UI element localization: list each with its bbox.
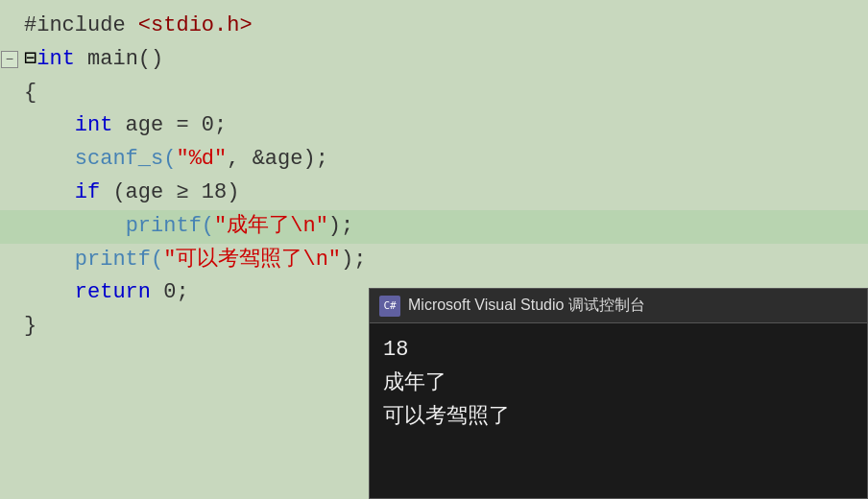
console-popup: C# Microsoft Visual Studio 调试控制台 18成年了可以… bbox=[369, 288, 868, 499]
line-content: int age = 0; bbox=[19, 111, 868, 141]
code-line: −⊟int main() bbox=[0, 43, 868, 77]
line-content: ⊟int main() bbox=[19, 45, 868, 75]
code-line: int age = 0; bbox=[0, 109, 868, 143]
line-content: printf("可以考驾照了\n"); bbox=[19, 246, 868, 275]
console-output-line: 18 bbox=[383, 333, 854, 367]
vs-icon: C# bbox=[379, 296, 400, 317]
editor-area: #include <stdio.h>−⊟int main(){ int age … bbox=[0, 0, 868, 499]
line-content: if (age ≥ 18) bbox=[19, 178, 868, 208]
line-content: scanf_s("%d", &age); bbox=[19, 145, 868, 175]
line-content: #include <stdio.h> bbox=[19, 12, 868, 41]
code-line: if (age ≥ 18) bbox=[0, 177, 868, 210]
console-titlebar: C# Microsoft Visual Studio 调试控制台 bbox=[370, 289, 867, 323]
code-line: printf("可以考驾照了\n"); bbox=[0, 244, 868, 277]
line-content: printf("成年了\n"); bbox=[19, 212, 868, 242]
line-gutter: − bbox=[0, 51, 19, 68]
console-body: 18成年了可以考驾照了 bbox=[370, 323, 867, 444]
line-content: { bbox=[19, 79, 868, 108]
console-output-line: 成年了 bbox=[383, 367, 854, 400]
code-line: { bbox=[0, 77, 868, 110]
code-line: scanf_s("%d", &age); bbox=[0, 143, 868, 177]
console-title: Microsoft Visual Studio 调试控制台 bbox=[408, 296, 645, 316]
code-line: #include <stdio.h> bbox=[0, 10, 868, 43]
code-line: printf("成年了\n"); bbox=[0, 210, 868, 244]
console-output-line: 可以考驾照了 bbox=[383, 400, 854, 434]
